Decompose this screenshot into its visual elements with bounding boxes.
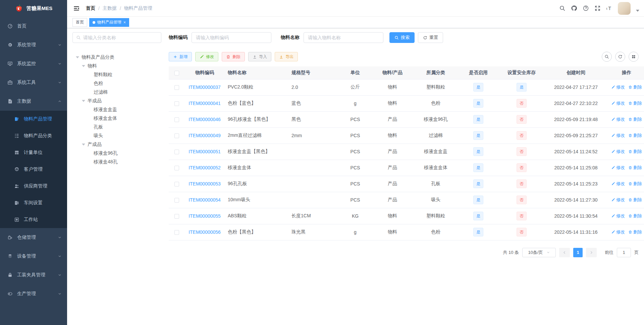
material-code-link[interactable]: ITEM00000056 bbox=[189, 229, 221, 235]
row-checkbox[interactable] bbox=[174, 198, 179, 203]
row-edit-link[interactable]: 修改 bbox=[611, 116, 625, 122]
row-delete-link[interactable]: 删除 bbox=[628, 165, 642, 171]
tree-node[interactable]: 移液盒96孔 bbox=[72, 149, 161, 158]
page-number-button[interactable]: 1 bbox=[573, 248, 583, 257]
user-menu-caret-icon[interactable] bbox=[636, 10, 639, 12]
sidebar-item[interactable]: 客户管理 bbox=[0, 161, 67, 178]
sidebar-item[interactable]: 物料产品管理 bbox=[0, 111, 67, 127]
sidebar-item[interactable]: 物料产品分类 bbox=[0, 127, 67, 144]
tree-node[interactable]: 产成品 bbox=[72, 140, 161, 149]
row-checkbox[interactable] bbox=[174, 85, 179, 90]
row-delete-link[interactable]: 删除 bbox=[628, 197, 642, 203]
select-all-checkbox[interactable] bbox=[174, 71, 179, 75]
sidebar-item[interactable]: 工作站 bbox=[0, 211, 67, 228]
tree-node[interactable]: 孔板 bbox=[72, 123, 161, 131]
row-edit-link[interactable]: 修改 bbox=[611, 197, 625, 203]
material-name-input[interactable] bbox=[304, 32, 383, 43]
material-code-link[interactable]: ITEM00000046 bbox=[189, 117, 221, 122]
row-edit-link[interactable]: 修改 bbox=[611, 229, 625, 235]
sidebar-item[interactable]: 供应商管理 bbox=[0, 178, 67, 195]
material-code-link[interactable]: ITEM00000041 bbox=[189, 101, 221, 106]
tree-node[interactable]: 吸头 bbox=[72, 131, 161, 140]
row-delete-link[interactable]: 删除 bbox=[628, 116, 642, 122]
tree-node[interactable]: 物料 bbox=[72, 62, 161, 70]
material-code-link[interactable]: ITEM00000051 bbox=[189, 149, 221, 154]
tree-node[interactable]: 移液盒盒盖 bbox=[72, 105, 161, 114]
material-code-input[interactable] bbox=[192, 32, 271, 43]
prev-page-button[interactable] bbox=[559, 248, 570, 257]
avatar[interactable] bbox=[618, 2, 631, 15]
row-delete-link[interactable]: 删除 bbox=[628, 100, 642, 106]
sidebar-item[interactable]: 仓储管理 bbox=[0, 228, 67, 247]
github-icon[interactable] bbox=[571, 5, 577, 11]
edit-button[interactable]: 修改 bbox=[195, 52, 218, 61]
collapse-sidebar-icon[interactable] bbox=[73, 5, 80, 12]
export-button[interactable]: 导出 bbox=[275, 52, 298, 61]
sidebar-item[interactable]: 系统工具 bbox=[0, 73, 67, 92]
sidebar-item[interactable]: 车间设置 bbox=[0, 195, 67, 211]
material-code-link[interactable]: ITEM00000049 bbox=[189, 133, 221, 138]
sidebar-item[interactable]: 系统监控 bbox=[0, 54, 67, 73]
row-edit-link[interactable]: 修改 bbox=[611, 149, 625, 155]
import-button[interactable]: 导入 bbox=[248, 52, 271, 61]
sidebar-item[interactable]: 工装夹具管理 bbox=[0, 266, 67, 284]
sidebar-item[interactable]: 生产管理 bbox=[0, 284, 67, 303]
row-checkbox[interactable] bbox=[174, 230, 179, 235]
page-size-select[interactable]: 10条/页 bbox=[522, 248, 556, 257]
sidebar-item[interactable]: 主数据 bbox=[0, 92, 67, 111]
sidebar-item[interactable]: 系统管理 bbox=[0, 36, 67, 54]
material-code-link[interactable]: ITEM00000054 bbox=[189, 197, 221, 203]
add-button[interactable]: 新增 bbox=[169, 52, 192, 61]
columns-grid-icon[interactable] bbox=[629, 52, 639, 62]
row-edit-link[interactable]: 修改 bbox=[611, 181, 625, 187]
row-checkbox[interactable] bbox=[174, 150, 179, 154]
row-checkbox[interactable] bbox=[174, 117, 179, 122]
row-delete-link[interactable]: 删除 bbox=[628, 84, 642, 90]
reset-button[interactable]: 重置 bbox=[418, 32, 443, 43]
breadcrumb-item[interactable]: 首页 bbox=[86, 5, 95, 11]
tree-node[interactable]: 移液盒盒体 bbox=[72, 114, 161, 123]
tree-node[interactable]: 半成品 bbox=[72, 97, 161, 105]
fullscreen-icon[interactable] bbox=[594, 5, 601, 11]
tree-node[interactable]: 塑料颗粒 bbox=[72, 70, 161, 79]
row-checkbox[interactable] bbox=[174, 166, 179, 170]
material-code-link[interactable]: ITEM00000055 bbox=[189, 213, 221, 219]
sidebar-item[interactable]: 计量单位 bbox=[0, 144, 67, 161]
breadcrumb-item[interactable]: 主数据 bbox=[103, 5, 117, 11]
row-edit-link[interactable]: 修改 bbox=[611, 132, 625, 139]
show-search-icon[interactable] bbox=[602, 52, 612, 62]
tree-search-input[interactable] bbox=[83, 35, 158, 40]
help-icon[interactable] bbox=[583, 5, 589, 11]
row-delete-link[interactable]: 删除 bbox=[628, 213, 642, 219]
tab-active[interactable]: 物料产品管理× bbox=[89, 18, 129, 27]
goto-page-input[interactable] bbox=[617, 248, 631, 257]
row-delete-link[interactable]: 删除 bbox=[628, 229, 642, 235]
row-checkbox[interactable] bbox=[174, 133, 179, 138]
refresh-table-icon[interactable] bbox=[615, 52, 625, 62]
tree-node[interactable]: 移液盒48孔 bbox=[72, 158, 161, 166]
row-edit-link[interactable]: 修改 bbox=[611, 213, 625, 219]
sidebar-item[interactable]: 首页 bbox=[0, 17, 67, 36]
tab-item[interactable]: 首页 bbox=[72, 18, 87, 27]
row-checkbox[interactable] bbox=[174, 101, 179, 106]
tree-node[interactable]: 过滤棉 bbox=[72, 88, 161, 97]
font-size-icon[interactable]: tT bbox=[606, 5, 612, 11]
material-code-link[interactable]: ITEM00000052 bbox=[189, 165, 221, 170]
search-button[interactable]: 搜索 bbox=[389, 32, 415, 43]
tree-node[interactable]: 物料及产品分类 bbox=[72, 53, 161, 62]
search-icon[interactable] bbox=[559, 5, 566, 11]
row-edit-link[interactable]: 修改 bbox=[611, 100, 625, 106]
delete-button[interactable]: 删除 bbox=[222, 52, 245, 61]
row-delete-link[interactable]: 删除 bbox=[628, 132, 642, 139]
row-edit-link[interactable]: 修改 bbox=[611, 165, 625, 171]
row-checkbox[interactable] bbox=[174, 182, 179, 186]
material-code-link[interactable]: ITEM00000053 bbox=[189, 181, 221, 186]
row-checkbox[interactable] bbox=[174, 214, 179, 219]
tree-node[interactable]: 色粉 bbox=[72, 79, 161, 88]
sidebar-item[interactable]: 设备管理 bbox=[0, 247, 67, 266]
material-code-link[interactable]: ITEM00000037 bbox=[189, 85, 221, 90]
next-page-button[interactable] bbox=[586, 248, 597, 257]
row-delete-link[interactable]: 删除 bbox=[628, 149, 642, 155]
row-delete-link[interactable]: 删除 bbox=[628, 181, 642, 187]
row-edit-link[interactable]: 修改 bbox=[611, 84, 625, 90]
